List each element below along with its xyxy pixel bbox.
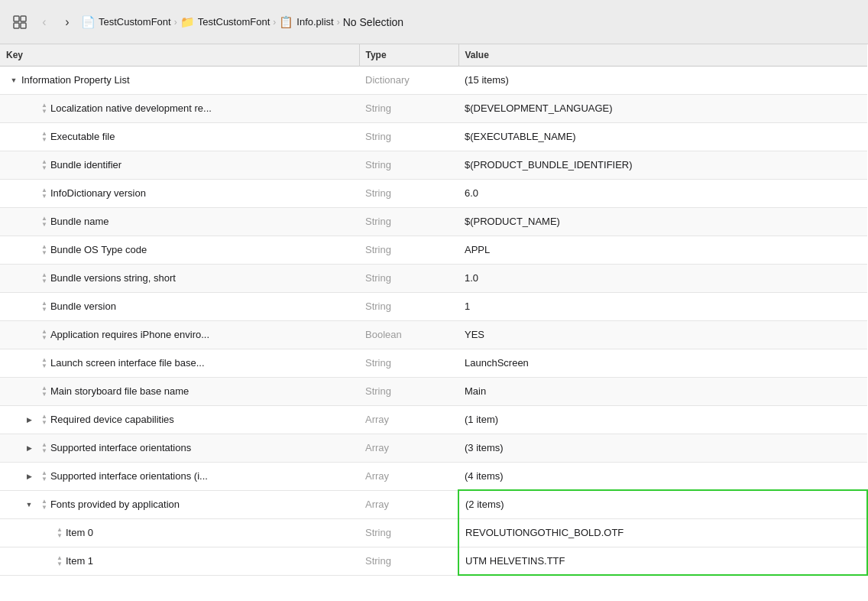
table-row[interactable]: ▲▼InfoDictionary versionString6.0 [0, 179, 867, 207]
back-button[interactable]: ‹ [35, 13, 53, 31]
expand-triangle[interactable] [24, 500, 34, 509]
table-body: Information Property ListDictionary(15 i… [0, 66, 867, 575]
row-stepper[interactable]: ▲▼ [41, 470, 47, 482]
cell-key: ▲▼Main storyboard file base name [0, 377, 359, 405]
key-label: Item 0 [66, 527, 93, 538]
key-label: Application requires iPhone enviro... [50, 329, 209, 340]
table-row[interactable]: ▲▼Item 0StringREVOLUTIONGOTHIC_BOLD.OTF [0, 518, 867, 547]
row-stepper[interactable]: ▲▼ [41, 329, 47, 341]
key-label: Supported interface orientations (i... [50, 470, 208, 482]
cell-value: $(EXECUTABLE_NAME) [458, 122, 867, 151]
table-header: Key Type Value [0, 44, 867, 66]
cell-type: String [359, 94, 458, 122]
key-label: Main storyboard file base name [50, 385, 189, 397]
table-row[interactable]: ▲▼Main storyboard file base nameStringMa… [0, 377, 867, 405]
table-row[interactable]: ▲▼Item 1StringUTM HELVETINS.TTF [0, 547, 867, 575]
breadcrumb-plist[interactable]: 📋 Info.plist [279, 15, 333, 29]
cell-value: (2 items) [458, 490, 867, 518]
cell-value: YES [458, 320, 867, 349]
row-stepper[interactable]: ▲▼ [41, 216, 47, 228]
cell-type: Dictionary [359, 66, 458, 94]
row-stepper[interactable]: ▲▼ [41, 442, 47, 454]
row-stepper[interactable]: ▲▼ [41, 159, 47, 171]
cell-value: 1 [458, 292, 867, 320]
table-row[interactable]: ▲▼Localization native development re...S… [0, 94, 867, 122]
table-row[interactable]: ▲▼Executable fileString$(EXECUTABLE_NAME… [0, 122, 867, 151]
cell-type: String [359, 264, 458, 292]
svg-rect-3 [21, 23, 26, 28]
key-label: Fonts provided by application [50, 499, 180, 510]
forward-button[interactable]: › [58, 13, 76, 31]
cell-key: ▲▼Application requires iPhone enviro... [0, 320, 359, 349]
table-row[interactable]: ▲▼Bundle versionString1 [0, 292, 867, 320]
cell-type: String [359, 292, 458, 320]
table-row[interactable]: ▲▼Fonts provided by applicationArray(2 i… [0, 490, 867, 518]
plist-table: Key Type Value Information Property List… [0, 44, 868, 576]
cell-type: Array [359, 490, 458, 518]
key-label: Supported interface orientations [50, 442, 191, 453]
cell-type: String [359, 151, 458, 179]
no-selection-label: No Selection [343, 16, 403, 28]
table-row[interactable]: ▲▼Bundle OS Type codeStringAPPL [0, 236, 867, 264]
cell-value: $(PRODUCT_BUNDLE_IDENTIFIER) [458, 151, 867, 179]
row-stepper[interactable]: ▲▼ [41, 385, 47, 398]
plist-icon: 📋 [279, 15, 293, 29]
cell-value: $(DEVELOPMENT_LANGUAGE) [458, 94, 867, 122]
table-row[interactable]: ▲▼Bundle identifierString$(PRODUCT_BUNDL… [0, 151, 867, 179]
row-stepper[interactable]: ▲▼ [41, 272, 47, 284]
key-label: Item 1 [66, 555, 93, 567]
table-row[interactable]: ▲▼Required device capabilitiesArray(1 it… [0, 405, 867, 434]
key-label: Localization native development re... [50, 102, 212, 114]
table-row[interactable]: ▲▼Bundle versions string, shortString1.0 [0, 264, 867, 292]
sep2: › [273, 17, 276, 28]
table-row[interactable]: ▲▼Application requires iPhone enviro...B… [0, 320, 867, 349]
expand-triangle[interactable] [24, 443, 34, 453]
cell-type: String [359, 349, 458, 377]
row-stepper[interactable]: ▲▼ [57, 527, 63, 539]
cell-key: ▲▼Localization native development re... [0, 94, 359, 122]
cell-key: ▲▼Executable file [0, 122, 359, 151]
cell-type: String [359, 122, 458, 151]
row-stepper[interactable]: ▲▼ [41, 414, 47, 426]
cell-key: ▲▼Supported interface orientations (i... [0, 462, 359, 490]
row-stepper[interactable]: ▲▼ [41, 300, 47, 313]
column-header-key[interactable]: Key [0, 44, 359, 66]
expand-triangle[interactable] [24, 472, 34, 481]
column-header-value[interactable]: Value [458, 44, 867, 66]
row-stepper[interactable]: ▲▼ [41, 187, 47, 200]
cell-key: ▲▼Item 1 [0, 547, 359, 575]
cell-value: $(PRODUCT_NAME) [458, 207, 867, 236]
breadcrumb-folder[interactable]: 📁 TestCustomFont [180, 15, 270, 29]
table-row[interactable]: Information Property ListDictionary(15 i… [0, 66, 867, 94]
key-label: Bundle version [50, 300, 116, 312]
breadcrumb-folder-label: TestCustomFont [198, 16, 270, 28]
row-stepper[interactable]: ▲▼ [41, 131, 47, 143]
cell-type: String [359, 236, 458, 264]
cell-key: ▲▼Required device capabilities [0, 405, 359, 434]
cell-type: String [359, 518, 458, 547]
cell-type: String [359, 207, 458, 236]
row-stepper[interactable]: ▲▼ [41, 357, 47, 369]
cell-key: ▲▼Fonts provided by application [0, 490, 359, 518]
key-label: Required device capabilities [50, 414, 174, 425]
key-label: Bundle identifier [50, 159, 121, 171]
table-row[interactable]: ▲▼Launch screen interface file base...St… [0, 349, 867, 377]
column-header-type[interactable]: Type [359, 44, 458, 66]
row-stepper[interactable]: ▲▼ [41, 499, 47, 511]
breadcrumb-project-label: TestCustomFont [99, 16, 171, 28]
cell-type: String [359, 547, 458, 575]
cell-key: ▲▼Item 0 [0, 518, 359, 547]
sep3: › [337, 17, 340, 28]
expand-triangle[interactable] [9, 76, 18, 85]
row-stepper[interactable]: ▲▼ [41, 244, 47, 256]
grid-icon [9, 11, 31, 33]
row-stepper[interactable]: ▲▼ [57, 555, 63, 567]
table-row[interactable]: ▲▼Supported interface orientations (i...… [0, 462, 867, 490]
cell-type: Array [359, 405, 458, 434]
table-row[interactable]: ▲▼Bundle nameString$(PRODUCT_NAME) [0, 207, 867, 236]
expand-triangle[interactable] [24, 415, 34, 424]
breadcrumb-project[interactable]: 📄 TestCustomFont [81, 15, 171, 29]
row-stepper[interactable]: ▲▼ [41, 102, 47, 115]
key-label: Information Property List [21, 74, 130, 86]
table-row[interactable]: ▲▼Supported interface orientationsArray(… [0, 434, 867, 462]
